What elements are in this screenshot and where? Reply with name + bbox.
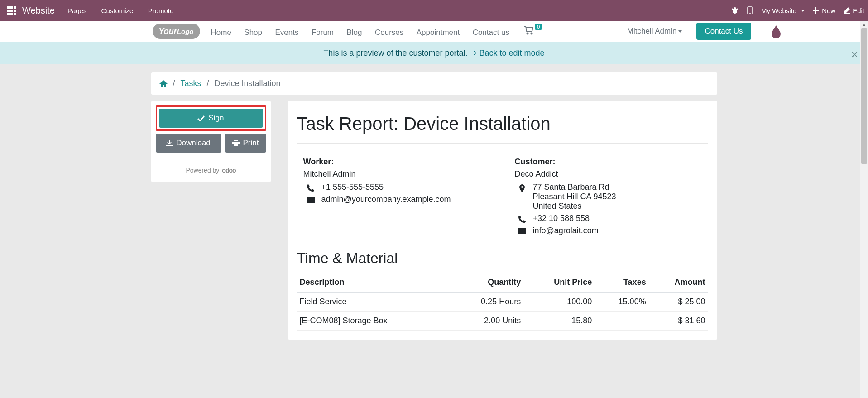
preview-banner: This is a preview of the customer portal…	[0, 42, 868, 64]
time-material-heading: Time & Material	[297, 250, 708, 267]
topbar-pages[interactable]: Pages	[67, 7, 87, 14]
apps-icon[interactable]	[7, 6, 16, 15]
nav-shop[interactable]: Shop	[244, 28, 262, 37]
worker-phone: +1 555-555-5555	[321, 182, 384, 192]
scrollbar[interactable]: ▲	[860, 21, 868, 358]
site-logo[interactable]: YourLogo	[153, 24, 200, 39]
worker-label: Worker:	[303, 157, 497, 167]
scroll-thumb[interactable]	[861, 28, 867, 164]
nav-blog[interactable]: Blog	[346, 28, 362, 37]
preview-text: This is a preview of the customer portal…	[323, 48, 470, 58]
chevron-down-icon	[801, 10, 805, 12]
theme-droplet-icon[interactable]	[770, 24, 782, 38]
nav-appointment[interactable]: Appointment	[417, 28, 460, 37]
cart-count-badge: 0	[535, 24, 542, 30]
table-row: Field Service 0.25 Hours 100.00 15.00% $…	[297, 292, 708, 312]
customer-block: Customer: Deco Addict 77 Santa Barbara R…	[515, 157, 708, 238]
time-material-table: Description Quantity Unit Price Taxes Am…	[297, 273, 708, 331]
phone-icon	[306, 182, 315, 192]
module-brand[interactable]: Website	[22, 5, 55, 16]
scroll-up-arrow[interactable]: ▲	[860, 21, 868, 28]
customer-name: Deco Addict	[515, 169, 708, 179]
nav-forum[interactable]: Forum	[312, 28, 334, 37]
breadcrumb-home[interactable]	[159, 80, 168, 87]
topbar-menu-left: Pages Customize Promote	[67, 7, 186, 14]
worker-email: admin@yourcompany.example.com	[321, 195, 451, 204]
edit-button[interactable]: Edit	[844, 7, 864, 14]
mobile-icon[interactable]	[747, 6, 753, 14]
col-quantity: Quantity	[450, 273, 524, 292]
odoo-logo[interactable]: odoo	[222, 167, 235, 174]
svg-point-3	[531, 33, 532, 34]
highlight-annotation: Sign	[156, 105, 266, 131]
phone-icon	[518, 214, 527, 223]
customer-email: info@agrolait.com	[533, 226, 599, 235]
cart-icon[interactable]: 0	[524, 26, 541, 35]
worker-block: Worker: Mitchell Admin +1 555-555-5555 a…	[303, 157, 497, 238]
print-button[interactable]: Print	[225, 134, 266, 153]
customer-address: 77 Santa Barbara Rd Pleasant Hill CA 945…	[533, 182, 616, 211]
breadcrumb-current: Device Installation	[215, 79, 281, 88]
breadcrumb: / Tasks / Device Installation	[151, 72, 717, 95]
customer-label: Customer:	[515, 157, 708, 167]
report-title: Task Report: Device Installation	[297, 114, 708, 144]
map-pin-icon	[518, 182, 527, 192]
customer-phone: +32 10 588 558	[533, 214, 590, 223]
new-button[interactable]: New	[813, 7, 835, 14]
nav-contact[interactable]: Contact us	[473, 28, 509, 37]
nav-courses[interactable]: Courses	[375, 28, 403, 37]
breadcrumb-tasks[interactable]: Tasks	[181, 79, 201, 88]
email-icon	[518, 226, 527, 234]
powered-by: Powered by odoo	[156, 159, 266, 177]
site-nav-links: Home Shop Events Forum Blog Courses Appo…	[211, 26, 542, 37]
chevron-down-icon	[678, 30, 682, 33]
site-navbar: YourLogo Home Shop Events Forum Blog Cou…	[0, 21, 868, 42]
report-card: Task Report: Device Installation Worker:…	[288, 101, 717, 340]
topbar-promote[interactable]: Promote	[148, 7, 174, 14]
contact-us-button[interactable]: Contact Us	[696, 23, 751, 40]
email-icon	[306, 195, 315, 203]
nav-events[interactable]: Events	[275, 28, 298, 37]
bug-icon[interactable]	[731, 7, 739, 14]
nav-home[interactable]: Home	[211, 28, 231, 37]
col-taxes: Taxes	[595, 273, 648, 292]
download-icon	[166, 140, 173, 146]
col-description: Description	[297, 273, 450, 292]
download-button[interactable]: Download	[156, 134, 221, 153]
col-unitprice: Unit Price	[523, 273, 595, 292]
svg-point-2	[527, 33, 528, 34]
topbar-menu-right: My Website New Edit	[731, 6, 864, 14]
table-row: [E-COM08] Storage Box 2.00 Units 15.80 $…	[297, 312, 708, 331]
my-website-dropdown[interactable]: My Website	[761, 7, 805, 14]
sign-button[interactable]: Sign	[159, 109, 263, 128]
close-icon[interactable]: ×	[851, 48, 858, 62]
user-dropdown[interactable]: Mitchell Admin	[627, 27, 682, 36]
admin-topbar: Website Pages Customize Promote My Websi…	[0, 0, 868, 21]
check-icon	[197, 115, 205, 121]
topbar-customize[interactable]: Customize	[101, 7, 134, 14]
col-amount: Amount	[649, 273, 708, 292]
action-sidebar: Sign Download Print Powered by odoo	[151, 101, 271, 182]
worker-name: Mitchell Admin	[303, 169, 497, 179]
print-icon	[232, 140, 240, 146]
back-to-edit-link[interactable]: Back to edit mode	[470, 48, 545, 58]
